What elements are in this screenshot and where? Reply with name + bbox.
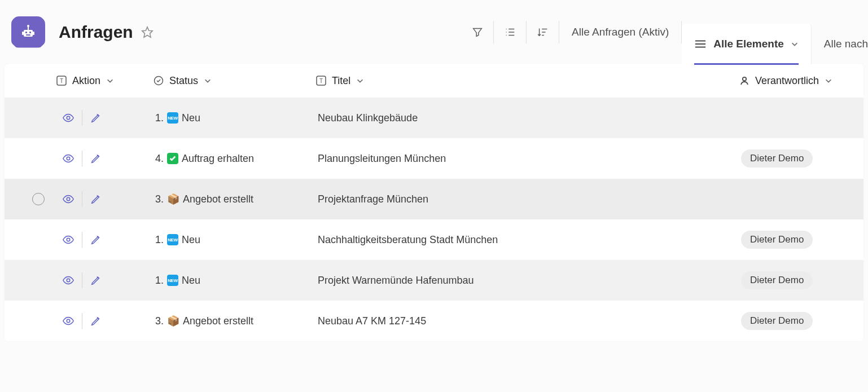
svg-point-5 <box>27 25 29 27</box>
table-row[interactable]: 3.Angebot erstelltNeubau A7 KM 127-145Di… <box>5 301 863 341</box>
pencil-icon <box>90 234 102 246</box>
view-button[interactable] <box>58 108 78 128</box>
table-row[interactable]: 1.NeuProjekt Warnemünde HafenumbauDieter… <box>5 260 863 301</box>
text-type-icon: T <box>56 76 67 86</box>
svg-text:T: T <box>319 78 323 84</box>
column-header-aktion[interactable]: T Aktion <box>56 75 154 87</box>
action-separator <box>82 191 82 207</box>
responsible-badge[interactable]: Dieter Demo <box>741 271 813 289</box>
chevron-down-icon <box>791 40 799 48</box>
column-label: Aktion <box>72 75 100 87</box>
column-header-row: T Aktion Status T Titel Verantwortlich <box>5 64 863 98</box>
eye-icon <box>62 193 74 205</box>
svg-rect-2 <box>29 32 31 33</box>
action-separator <box>82 313 82 329</box>
view-button[interactable] <box>58 189 78 209</box>
eye-icon <box>62 152 74 165</box>
svg-rect-1 <box>25 32 27 33</box>
list-icon <box>504 26 516 38</box>
edit-button[interactable] <box>86 230 106 250</box>
status-icon-neu <box>167 112 178 124</box>
svg-rect-7 <box>33 32 34 35</box>
column-label: Verantwortlich <box>755 75 819 87</box>
action-separator <box>82 232 82 248</box>
table-row[interactable]: 1.NeuNeubau Klinkgebäude <box>5 98 863 138</box>
column-label: Titel <box>332 75 350 87</box>
text-type-icon: T <box>316 76 326 86</box>
view-button[interactable] <box>58 230 78 250</box>
status-number: 1. <box>155 112 164 124</box>
svg-point-29 <box>67 197 70 201</box>
pencil-icon <box>90 193 102 205</box>
tab-label: Alle Elemente <box>713 38 784 50</box>
responsible-badge[interactable]: Dieter Demo <box>741 231 813 249</box>
table-row[interactable]: 1.NeuNachhaltigkeitsberatung Stadt Münch… <box>5 219 863 260</box>
row-title[interactable]: Nachhaltigkeitsberatung Stadt München <box>318 234 498 245</box>
row-select-radio[interactable] <box>32 193 45 205</box>
edit-button[interactable] <box>86 148 106 169</box>
column-label: Status <box>169 75 198 87</box>
status-label: Angebot erstellt <box>183 315 253 327</box>
table-row[interactable]: 3.Angebot erstelltProjektanfrage München <box>5 179 863 219</box>
status-label: Neu <box>182 275 200 287</box>
chevron-down-icon <box>106 77 114 85</box>
column-header-verantwortlich[interactable]: Verantwortlich <box>739 75 863 87</box>
tab-alle-elemente[interactable]: Alle Elemente <box>682 24 812 64</box>
view-button[interactable] <box>58 148 78 169</box>
action-separator <box>82 110 82 126</box>
svg-point-30 <box>67 238 70 241</box>
status-label: Neu <box>182 234 200 246</box>
status-number: 3. <box>155 315 164 327</box>
filter-button[interactable] <box>461 21 494 43</box>
svg-point-26 <box>743 77 746 81</box>
column-header-status[interactable]: Status <box>154 75 316 87</box>
status-icon-auftrag <box>167 153 178 164</box>
view-button[interactable] <box>58 311 78 331</box>
status-icon-angebot <box>167 315 179 327</box>
svg-rect-3 <box>26 34 30 36</box>
eye-icon <box>62 234 74 246</box>
row-title[interactable]: Neubau Klinkgebäude <box>318 112 418 124</box>
status-type-icon <box>154 76 164 86</box>
view-filter-dropdown[interactable]: Alle Anfragen (Aktiv) <box>559 21 682 43</box>
app-icon <box>11 16 45 48</box>
robot-icon <box>19 23 37 41</box>
svg-rect-6 <box>22 32 24 35</box>
status-icon-neu <box>167 275 178 286</box>
row-title[interactable]: Projekt Warnemünde Hafenumbau <box>318 275 474 286</box>
list-container: T Aktion Status T Titel Verantwortlich 1… <box>5 64 863 341</box>
row-title[interactable]: Neubau A7 KM 127-145 <box>318 315 426 327</box>
page-header: Anfragen Alle Anfragen (Aktiv) Alle Elem… <box>0 0 868 64</box>
list-button[interactable] <box>494 21 527 43</box>
eye-icon <box>62 315 74 327</box>
eye-icon <box>62 112 74 124</box>
sort-icon <box>537 26 549 38</box>
tab-alle-nach[interactable]: Alle nach <box>812 24 868 64</box>
svg-point-27 <box>67 116 70 120</box>
svg-point-31 <box>67 279 70 282</box>
pencil-icon <box>90 315 102 327</box>
column-header-titel[interactable]: T Titel <box>316 75 739 87</box>
edit-button[interactable] <box>86 270 106 290</box>
status-label: Neu <box>182 112 200 124</box>
edit-button[interactable] <box>86 108 106 128</box>
status-label: Angebot erstellt <box>183 193 253 205</box>
chevron-down-icon <box>825 77 832 85</box>
svg-marker-8 <box>142 27 152 37</box>
chevron-down-icon <box>204 77 212 85</box>
row-title[interactable]: Projektanfrage München <box>318 193 428 205</box>
favorite-star-icon[interactable] <box>141 26 154 38</box>
table-row[interactable]: 4.Auftrag erhaltenPlanungsleitungen Münc… <box>5 138 863 179</box>
responsible-badge[interactable]: Dieter Demo <box>741 312 813 330</box>
row-title[interactable]: Planungsleitungen München <box>318 153 446 164</box>
view-button[interactable] <box>58 270 78 290</box>
edit-button[interactable] <box>86 311 106 331</box>
action-separator <box>82 272 82 288</box>
sort-button[interactable] <box>527 21 559 43</box>
edit-button[interactable] <box>86 189 106 209</box>
status-number: 4. <box>155 153 164 165</box>
person-type-icon <box>739 76 749 86</box>
action-separator <box>82 151 82 166</box>
svg-text:T: T <box>60 78 63 84</box>
responsible-badge[interactable]: Dieter Demo <box>741 149 813 168</box>
